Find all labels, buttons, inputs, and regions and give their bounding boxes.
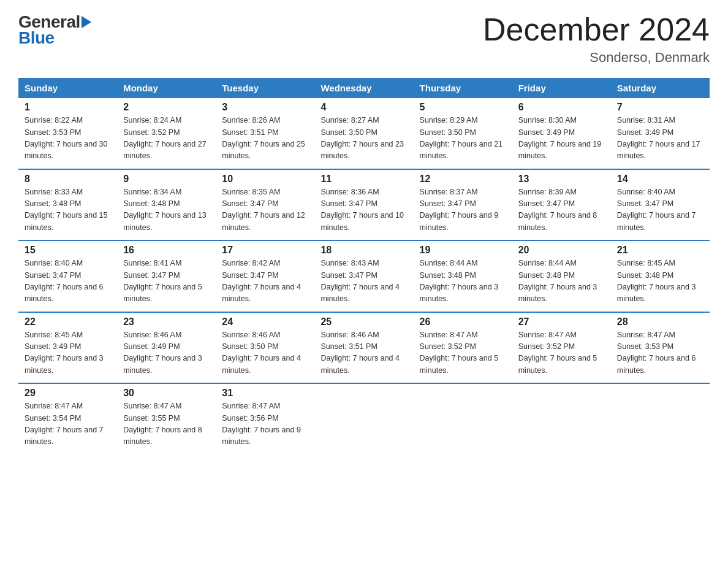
table-row: 11 Sunrise: 8:36 AM Sunset: 3:47 PM Dayl… bbox=[314, 169, 413, 241]
day-info: Sunrise: 8:37 AM Sunset: 3:47 PM Dayligh… bbox=[420, 186, 506, 234]
header-wednesday: Wednesday bbox=[314, 78, 413, 98]
day-number: 27 bbox=[518, 316, 605, 327]
day-number: 11 bbox=[320, 174, 407, 185]
day-info: Sunrise: 8:46 AM Sunset: 3:50 PM Dayligh… bbox=[222, 329, 308, 377]
table-row: 13 Sunrise: 8:39 AM Sunset: 3:47 PM Dayl… bbox=[512, 169, 611, 241]
day-info: Sunrise: 8:36 AM Sunset: 3:47 PM Dayligh… bbox=[320, 186, 407, 234]
calendar-week-row: 8 Sunrise: 8:33 AM Sunset: 3:48 PM Dayli… bbox=[18, 169, 710, 241]
table-row: 2 Sunrise: 8:24 AM Sunset: 3:52 PM Dayli… bbox=[117, 98, 216, 169]
day-number: 17 bbox=[222, 245, 308, 256]
table-row: 30 Sunrise: 8:47 AM Sunset: 3:55 PM Dayl… bbox=[117, 383, 216, 454]
day-number: 1 bbox=[25, 102, 111, 113]
table-row: 16 Sunrise: 8:41 AM Sunset: 3:47 PM Dayl… bbox=[117, 240, 216, 312]
header-monday: Monday bbox=[117, 78, 216, 98]
calendar-table: Sunday Monday Tuesday Wednesday Thursday… bbox=[18, 78, 710, 454]
table-row bbox=[314, 383, 413, 454]
table-row: 8 Sunrise: 8:33 AM Sunset: 3:48 PM Dayli… bbox=[18, 169, 117, 241]
table-row: 6 Sunrise: 8:30 AM Sunset: 3:49 PM Dayli… bbox=[512, 98, 611, 169]
calendar-week-row: 15 Sunrise: 8:40 AM Sunset: 3:47 PM Dayl… bbox=[18, 240, 710, 312]
day-number: 26 bbox=[420, 316, 506, 327]
day-number: 28 bbox=[617, 316, 703, 327]
table-row: 3 Sunrise: 8:26 AM Sunset: 3:51 PM Dayli… bbox=[216, 98, 314, 169]
day-number: 25 bbox=[320, 316, 407, 327]
day-info: Sunrise: 8:31 AM Sunset: 3:49 PM Dayligh… bbox=[617, 115, 703, 163]
month-title: December 2024 bbox=[483, 12, 710, 47]
page-header: General Blue December 2024 Sonderso, Den… bbox=[18, 12, 710, 66]
table-row bbox=[512, 383, 611, 454]
day-number: 22 bbox=[25, 316, 111, 327]
table-row: 12 Sunrise: 8:37 AM Sunset: 3:47 PM Dayl… bbox=[414, 169, 512, 241]
day-number: 2 bbox=[123, 102, 210, 113]
day-number: 3 bbox=[222, 102, 308, 113]
day-info: Sunrise: 8:44 AM Sunset: 3:48 PM Dayligh… bbox=[518, 258, 605, 305]
day-number: 18 bbox=[320, 245, 407, 256]
table-row: 7 Sunrise: 8:31 AM Sunset: 3:49 PM Dayli… bbox=[611, 98, 710, 169]
day-info: Sunrise: 8:41 AM Sunset: 3:47 PM Dayligh… bbox=[123, 258, 210, 305]
day-info: Sunrise: 8:47 AM Sunset: 3:54 PM Dayligh… bbox=[25, 400, 111, 448]
day-info: Sunrise: 8:47 AM Sunset: 3:56 PM Dayligh… bbox=[222, 400, 308, 448]
table-row: 1 Sunrise: 8:22 AM Sunset: 3:53 PM Dayli… bbox=[18, 98, 117, 169]
day-info: Sunrise: 8:27 AM Sunset: 3:50 PM Dayligh… bbox=[320, 115, 407, 163]
table-row: 28 Sunrise: 8:47 AM Sunset: 3:53 PM Dayl… bbox=[611, 312, 710, 384]
day-info: Sunrise: 8:34 AM Sunset: 3:48 PM Dayligh… bbox=[123, 186, 210, 234]
table-row: 26 Sunrise: 8:47 AM Sunset: 3:52 PM Dayl… bbox=[414, 312, 512, 384]
title-block: December 2024 Sonderso, Denmark bbox=[483, 12, 710, 66]
day-number: 6 bbox=[518, 102, 605, 113]
day-info: Sunrise: 8:44 AM Sunset: 3:48 PM Dayligh… bbox=[420, 258, 506, 305]
table-row: 17 Sunrise: 8:42 AM Sunset: 3:47 PM Dayl… bbox=[216, 240, 314, 312]
day-info: Sunrise: 8:40 AM Sunset: 3:47 PM Dayligh… bbox=[617, 186, 703, 234]
day-info: Sunrise: 8:47 AM Sunset: 3:52 PM Dayligh… bbox=[518, 329, 605, 377]
table-row: 14 Sunrise: 8:40 AM Sunset: 3:47 PM Dayl… bbox=[611, 169, 710, 241]
day-info: Sunrise: 8:40 AM Sunset: 3:47 PM Dayligh… bbox=[25, 258, 111, 305]
day-number: 9 bbox=[123, 174, 210, 185]
day-number: 12 bbox=[420, 174, 506, 185]
day-number: 14 bbox=[617, 174, 703, 185]
day-info: Sunrise: 8:47 AM Sunset: 3:52 PM Dayligh… bbox=[420, 329, 506, 377]
day-info: Sunrise: 8:46 AM Sunset: 3:49 PM Dayligh… bbox=[123, 329, 210, 377]
header-saturday: Saturday bbox=[611, 78, 710, 98]
table-row: 29 Sunrise: 8:47 AM Sunset: 3:54 PM Dayl… bbox=[18, 383, 117, 454]
day-info: Sunrise: 8:42 AM Sunset: 3:47 PM Dayligh… bbox=[222, 258, 308, 305]
table-row: 25 Sunrise: 8:46 AM Sunset: 3:51 PM Dayl… bbox=[314, 312, 413, 384]
day-info: Sunrise: 8:22 AM Sunset: 3:53 PM Dayligh… bbox=[25, 115, 111, 163]
table-row: 9 Sunrise: 8:34 AM Sunset: 3:48 PM Dayli… bbox=[117, 169, 216, 241]
day-number: 5 bbox=[420, 102, 506, 113]
header-thursday: Thursday bbox=[414, 78, 512, 98]
calendar-week-row: 22 Sunrise: 8:45 AM Sunset: 3:49 PM Dayl… bbox=[18, 312, 710, 384]
table-row: 20 Sunrise: 8:44 AM Sunset: 3:48 PM Dayl… bbox=[512, 240, 611, 312]
day-info: Sunrise: 8:45 AM Sunset: 3:49 PM Dayligh… bbox=[25, 329, 111, 377]
day-info: Sunrise: 8:47 AM Sunset: 3:55 PM Dayligh… bbox=[123, 400, 210, 448]
day-number: 21 bbox=[617, 245, 703, 256]
table-row: 10 Sunrise: 8:35 AM Sunset: 3:47 PM Dayl… bbox=[216, 169, 314, 241]
table-row: 21 Sunrise: 8:45 AM Sunset: 3:48 PM Dayl… bbox=[611, 240, 710, 312]
day-info: Sunrise: 8:46 AM Sunset: 3:51 PM Dayligh… bbox=[320, 329, 407, 377]
day-number: 24 bbox=[222, 316, 308, 327]
day-number: 16 bbox=[123, 245, 210, 256]
day-number: 10 bbox=[222, 174, 308, 185]
header-tuesday: Tuesday bbox=[216, 78, 314, 98]
day-info: Sunrise: 8:26 AM Sunset: 3:51 PM Dayligh… bbox=[222, 115, 308, 163]
calendar-header-row: Sunday Monday Tuesday Wednesday Thursday… bbox=[18, 78, 710, 98]
day-info: Sunrise: 8:30 AM Sunset: 3:49 PM Dayligh… bbox=[518, 115, 605, 163]
day-info: Sunrise: 8:45 AM Sunset: 3:48 PM Dayligh… bbox=[617, 258, 703, 305]
table-row: 22 Sunrise: 8:45 AM Sunset: 3:49 PM Dayl… bbox=[18, 312, 117, 384]
table-row: 18 Sunrise: 8:43 AM Sunset: 3:47 PM Dayl… bbox=[314, 240, 413, 312]
day-info: Sunrise: 8:39 AM Sunset: 3:47 PM Dayligh… bbox=[518, 186, 605, 234]
logo: General Blue bbox=[18, 12, 91, 48]
header-friday: Friday bbox=[512, 78, 611, 98]
day-info: Sunrise: 8:29 AM Sunset: 3:50 PM Dayligh… bbox=[420, 115, 506, 163]
day-number: 13 bbox=[518, 174, 605, 185]
header-sunday: Sunday bbox=[18, 78, 117, 98]
day-info: Sunrise: 8:24 AM Sunset: 3:52 PM Dayligh… bbox=[123, 115, 210, 163]
day-number: 31 bbox=[222, 388, 308, 399]
day-number: 15 bbox=[25, 245, 111, 256]
table-row: 19 Sunrise: 8:44 AM Sunset: 3:48 PM Dayl… bbox=[414, 240, 512, 312]
table-row: 5 Sunrise: 8:29 AM Sunset: 3:50 PM Dayli… bbox=[414, 98, 512, 169]
day-number: 7 bbox=[617, 102, 703, 113]
table-row: 27 Sunrise: 8:47 AM Sunset: 3:52 PM Dayl… bbox=[512, 312, 611, 384]
calendar-week-row: 1 Sunrise: 8:22 AM Sunset: 3:53 PM Dayli… bbox=[18, 98, 710, 169]
table-row bbox=[414, 383, 512, 454]
day-number: 8 bbox=[25, 174, 111, 185]
table-row: 24 Sunrise: 8:46 AM Sunset: 3:50 PM Dayl… bbox=[216, 312, 314, 384]
logo-blue: Blue bbox=[18, 28, 55, 48]
